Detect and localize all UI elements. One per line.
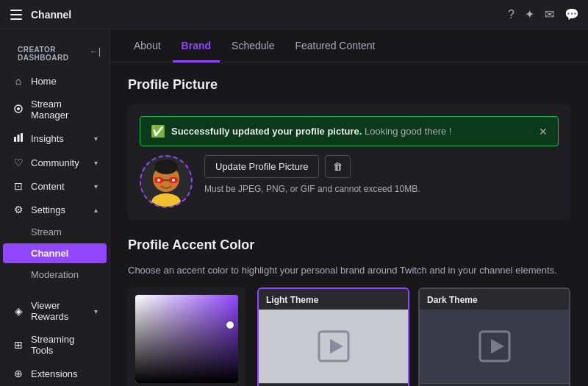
svg-point-8 bbox=[151, 193, 181, 207]
light-theme-preview bbox=[259, 310, 408, 383]
svg-point-15 bbox=[172, 179, 175, 182]
window-title: Channel bbox=[31, 9, 71, 21]
sidebar-item-streaming-tools[interactable]: ⊞ Streaming Tools bbox=[3, 329, 107, 361]
avatar bbox=[140, 155, 193, 208]
theme-previews: Light Theme ★ tutorialfriend bbox=[257, 287, 570, 386]
content-area: Profile Picture ✅ Successfully updated y… bbox=[110, 62, 588, 386]
app-body: CREATOR DASHBOARD ←| ⌂ Home Stream Manag… bbox=[0, 29, 588, 386]
sidebar-sub-item-label: Stream bbox=[31, 226, 62, 237]
trash-icon: 🗑 bbox=[333, 161, 343, 172]
sidebar-collapse-button[interactable]: ←| bbox=[90, 46, 101, 57]
tab-about[interactable]: About bbox=[125, 29, 170, 62]
tab-brand[interactable]: Brand bbox=[173, 29, 220, 62]
sidebar-item-label: Viewer Rewards bbox=[31, 300, 88, 322]
svg-point-4 bbox=[17, 107, 20, 110]
svg-rect-5 bbox=[14, 137, 16, 142]
success-text: Successfully updated your profile pictur… bbox=[171, 126, 452, 137]
main-content: About Brand Schedule Featured Content Pr… bbox=[110, 29, 588, 386]
svg-point-14 bbox=[157, 179, 160, 182]
stream-manager-icon bbox=[12, 104, 25, 116]
success-banner: ✅ Successfully updated your profile pict… bbox=[140, 116, 559, 146]
chat-icon[interactable]: 💬 bbox=[564, 7, 579, 21]
sidebar-sub-item-channel[interactable]: Channel bbox=[3, 243, 107, 263]
sidebar-item-label: Extensions bbox=[31, 368, 98, 379]
sidebar-sub-item-moderation[interactable]: Moderation bbox=[3, 265, 107, 285]
success-check-icon: ✅ bbox=[151, 124, 165, 138]
profile-picture-section: Profile Picture ✅ Successfully updated y… bbox=[128, 77, 570, 220]
chevron-down-icon: ▾ bbox=[94, 182, 98, 190]
title-bar: Channel ? ✦ ✉ 💬 bbox=[0, 0, 588, 29]
streaming-tools-icon: ⊞ bbox=[12, 339, 25, 351]
sidebar-sub-item-stream[interactable]: Stream bbox=[3, 222, 107, 242]
color-picker-panel: Twitch Default ✕ bbox=[128, 287, 245, 386]
delete-profile-picture-button[interactable]: 🗑 bbox=[325, 155, 351, 178]
svg-rect-7 bbox=[21, 133, 23, 142]
sidebar-item-insights[interactable]: Insights ▾ bbox=[3, 127, 107, 150]
light-theme-user-row: ★ tutorialfriend Subscribed at Tier 1 bbox=[259, 383, 408, 386]
sidebar-item-content[interactable]: ⊡ Content ▾ bbox=[3, 175, 107, 197]
profile-hint: Must be JPEG, PNG, or GIF and cannot exc… bbox=[204, 184, 420, 194]
chevron-down-icon: ▾ bbox=[94, 307, 98, 315]
sidebar: CREATOR DASHBOARD ←| ⌂ Home Stream Manag… bbox=[0, 29, 110, 386]
svg-rect-6 bbox=[18, 135, 20, 142]
community-icon: ♡ bbox=[12, 157, 25, 168]
crown-icon[interactable]: ✦ bbox=[525, 7, 534, 21]
sidebar-item-label: Streaming Tools bbox=[31, 334, 98, 356]
chevron-down-icon: ▾ bbox=[94, 159, 98, 167]
dark-theme-preview bbox=[420, 310, 569, 383]
chevron-up-icon: ▴ bbox=[94, 206, 98, 214]
sidebar-item-stream-manager[interactable]: Stream Manager bbox=[3, 93, 107, 126]
tab-featured-content[interactable]: Featured Content bbox=[286, 29, 384, 62]
profile-row: Update Profile Picture 🗑 Must be JPEG, P… bbox=[140, 155, 559, 208]
extensions-icon: ⊕ bbox=[12, 368, 25, 379]
sidebar-section-label: CREATOR DASHBOARD bbox=[9, 37, 90, 66]
success-close-button[interactable]: ✕ bbox=[539, 126, 548, 137]
success-exclamation: ! bbox=[449, 126, 452, 137]
sidebar-item-community[interactable]: ♡ Community ▾ bbox=[3, 151, 107, 174]
tab-schedule[interactable]: Schedule bbox=[223, 29, 283, 62]
svg-rect-1 bbox=[10, 14, 22, 15]
sidebar-sub-item-label: Moderation bbox=[31, 269, 79, 280]
dark-theme-label: Dark Theme bbox=[420, 289, 569, 310]
svg-marker-17 bbox=[330, 339, 343, 354]
chevron-down-icon: ▾ bbox=[94, 135, 98, 143]
accent-color-section: Profile Accent Color Choose an accent co… bbox=[128, 237, 570, 386]
viewer-rewards-icon: ◈ bbox=[12, 305, 25, 317]
sidebar-item-extensions[interactable]: ⊕ Extensions bbox=[3, 362, 107, 385]
sidebar-item-label: Content bbox=[31, 181, 88, 192]
sidebar-item-viewer-rewards[interactable]: ◈ Viewer Rewards ▾ bbox=[3, 295, 107, 327]
sidebar-item-label: Stream Manager bbox=[31, 99, 98, 121]
app-menu-icon[interactable] bbox=[9, 7, 24, 22]
sidebar-item-settings[interactable]: ⚙ Settings ▴ bbox=[3, 199, 107, 221]
mail-icon[interactable]: ✉ bbox=[545, 7, 554, 21]
color-gradient[interactable] bbox=[135, 295, 238, 383]
dark-theme-user-row: ★ tutorialfriend Subscribed at Tier 1 bbox=[420, 383, 569, 386]
light-theme-label: Light Theme bbox=[259, 289, 408, 310]
home-icon: ⌂ bbox=[12, 75, 25, 87]
sidebar-item-label: Community bbox=[31, 157, 88, 168]
accent-color-title: Profile Accent Color bbox=[128, 237, 570, 253]
tabs-bar: About Brand Schedule Featured Content bbox=[110, 29, 588, 62]
sidebar-item-label: Settings bbox=[31, 204, 88, 215]
color-picker-handle[interactable] bbox=[226, 321, 234, 329]
insights-icon bbox=[12, 132, 25, 145]
help-icon[interactable]: ? bbox=[508, 8, 514, 21]
success-message: Successfully updated your profile pictur… bbox=[171, 126, 362, 137]
success-sub-message: Looking good there bbox=[365, 126, 446, 137]
sidebar-sub-item-label: Channel bbox=[31, 248, 68, 259]
profile-picture-title: Profile Picture bbox=[128, 77, 570, 93]
accent-description: Choose an accent color to highlight your… bbox=[128, 265, 570, 276]
svg-rect-2 bbox=[10, 18, 22, 20]
svg-point-10 bbox=[154, 160, 178, 174]
svg-marker-19 bbox=[491, 339, 504, 354]
theme-card-light[interactable]: Light Theme ★ tutorialfriend bbox=[257, 287, 409, 386]
theme-card-dark[interactable]: Dark Theme ★ tutorialfriend bbox=[418, 287, 570, 386]
profile-card: ✅ Successfully updated your profile pict… bbox=[128, 104, 570, 220]
content-icon: ⊡ bbox=[12, 180, 25, 192]
sidebar-item-home[interactable]: ⌂ Home bbox=[3, 70, 107, 92]
accent-content: Twitch Default ✕ Light Theme bbox=[128, 287, 570, 386]
update-profile-picture-button[interactable]: Update Profile Picture bbox=[204, 155, 319, 178]
sidebar-item-label: Insights bbox=[31, 133, 88, 144]
profile-actions: Update Profile Picture 🗑 Must be JPEG, P… bbox=[204, 155, 420, 194]
sidebar-header: CREATOR DASHBOARD ←| bbox=[0, 29, 110, 69]
